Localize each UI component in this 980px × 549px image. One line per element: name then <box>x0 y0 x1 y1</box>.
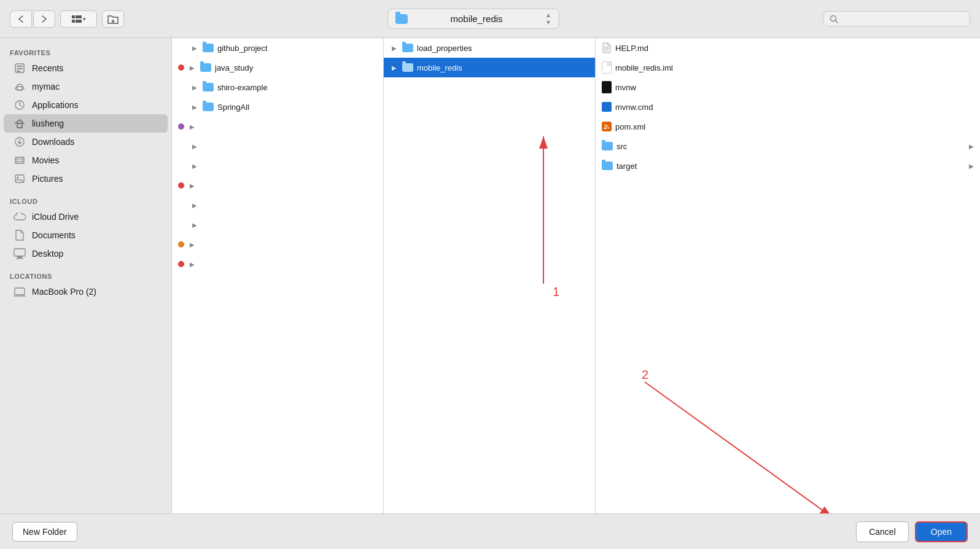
expand-icon[interactable]: ▶ <box>190 201 199 209</box>
svg-rect-5 <box>79 20 82 23</box>
expand-icon[interactable]: ▶ <box>188 63 196 72</box>
sidebar-item-desktop[interactable]: Desktop <box>4 244 168 263</box>
sidebar-item-movies[interactable]: Movies <box>4 151 168 169</box>
file-row-label: mobile_redis.iml <box>615 63 974 72</box>
file-row-target[interactable]: target ▶ <box>596 156 980 176</box>
sidebar-item-documents[interactable]: Documents <box>4 226 168 244</box>
file-row-mvnw[interactable]: mvnw <box>596 77 980 97</box>
expand-icon[interactable]: ▶ <box>190 142 199 150</box>
search-input[interactable] <box>842 14 952 23</box>
sidebar-item-icloud-drive[interactable]: iCloud Drive <box>4 208 168 226</box>
expand-right-icon[interactable]: ▶ <box>969 143 974 150</box>
browser-column-2: ▶ load_properties ▶ mobile_redis <box>384 38 596 513</box>
sidebar: Favorites Recents mymac Applications liu… <box>0 38 172 513</box>
favorites-section-label: Favorites <box>0 44 171 59</box>
expand-icon[interactable]: ▶ <box>188 181 196 190</box>
sidebar-item-label-movies: Movies <box>32 155 59 165</box>
sidebar-item-liusheng[interactable]: liusheng <box>4 114 168 133</box>
expand-icon[interactable]: ▶ <box>190 220 199 229</box>
folder-icon <box>402 63 413 72</box>
file-row-label: load_properties <box>417 44 589 53</box>
search-icon <box>830 15 838 23</box>
new-folder-button[interactable]: New Folder <box>12 522 77 542</box>
file-row-6[interactable]: ▶ <box>172 136 383 156</box>
file-row-12[interactable]: ▶ <box>172 254 383 274</box>
sidebar-item-applications[interactable]: Applications <box>4 96 168 114</box>
browser-column-1: ▶ github_project ▶ java_study ▶ shiro-ex… <box>172 38 384 513</box>
file-row-springall[interactable]: ▶ SpringAll <box>172 97 383 117</box>
mvnw-file-icon <box>602 102 612 112</box>
svg-rect-4 <box>76 20 79 23</box>
file-row-label: HELP.md <box>615 44 974 53</box>
main-content: Favorites Recents mymac Applications liu… <box>0 38 980 513</box>
file-row-github_project[interactable]: ▶ github_project <box>172 38 383 58</box>
file-row-mobile-redis-iml[interactable]: mobile_redis.iml <box>596 58 980 77</box>
file-row-5[interactable]: ▶ <box>172 117 383 136</box>
path-chevron-icon: ▲ ▼ <box>545 12 551 26</box>
file-row-label: mobile_redis <box>417 63 589 72</box>
cancel-button[interactable]: Cancel <box>856 521 909 542</box>
expand-icon[interactable]: ▶ <box>188 260 196 268</box>
file-row-java_study[interactable]: ▶ java_study <box>172 58 383 77</box>
search-box[interactable] <box>823 11 970 26</box>
text-file-icon <box>602 42 612 54</box>
file-row-src[interactable]: src ▶ <box>596 136 980 156</box>
expand-icon[interactable]: ▶ <box>188 240 196 249</box>
open-button[interactable]: Open <box>915 521 968 542</box>
folder-icon <box>200 63 211 72</box>
file-row-pom-xml[interactable]: pom.xml <box>596 117 980 136</box>
file-row-label: src <box>616 142 965 151</box>
new-folder-toolbar-button[interactable] <box>102 10 124 28</box>
desktop-icon <box>14 247 26 260</box>
expand-right-icon[interactable]: ▶ <box>969 163 974 169</box>
sidebar-item-macbook[interactable]: MacBook Pro (2) <box>4 282 168 301</box>
sidebar-item-label-liusheng: liusheng <box>32 119 64 128</box>
svg-rect-0 <box>72 15 75 18</box>
file-row-load_properties[interactable]: ▶ load_properties <box>384 38 595 58</box>
liusheng-home-icon <box>14 117 26 130</box>
svg-point-33 <box>604 128 606 130</box>
svg-line-9 <box>836 20 838 23</box>
forward-button[interactable] <box>33 10 55 28</box>
path-selector[interactable]: mobile_redis ▲ ▼ <box>387 9 559 29</box>
view-toggle-button[interactable]: ▾ <box>60 10 97 28</box>
file-row-mvnw-cmd[interactable]: mvnw.cmd <box>596 97 980 117</box>
documents-icon <box>14 229 26 241</box>
svg-rect-2 <box>79 15 82 18</box>
sidebar-item-label-mymac: mymac <box>32 82 60 91</box>
sidebar-item-recents[interactable]: Recents <box>4 59 168 77</box>
expand-icon[interactable]: ▶ <box>390 63 399 72</box>
expand-icon[interactable]: ▶ <box>390 44 399 52</box>
file-row-7[interactable]: ▶ <box>172 156 383 176</box>
expand-icon[interactable]: ▶ <box>190 83 199 91</box>
file-row-8[interactable]: ▶ <box>172 176 383 195</box>
bottom-actions: Cancel Open <box>856 521 968 542</box>
generic-file-icon <box>602 61 612 74</box>
file-row-10[interactable]: ▶ <box>172 215 383 235</box>
back-button[interactable] <box>10 10 32 28</box>
file-row-label: target <box>616 162 965 171</box>
file-row-11[interactable]: ▶ <box>172 235 383 254</box>
file-row-mobile_redis[interactable]: ▶ mobile_redis <box>384 58 595 77</box>
expand-icon[interactable]: ▶ <box>190 162 199 170</box>
sidebar-item-label-macbook: MacBook Pro (2) <box>32 287 96 297</box>
file-row-help-md[interactable]: HELP.md <box>596 38 980 58</box>
svg-rect-17 <box>17 123 22 128</box>
sidebar-item-mymac[interactable]: mymac <box>4 77 168 96</box>
expand-icon[interactable]: ▶ <box>190 103 199 111</box>
file-row-9[interactable]: ▶ <box>172 195 383 215</box>
sidebar-item-label-documents: Documents <box>32 230 76 240</box>
expand-icon[interactable]: ▶ <box>190 44 199 52</box>
mymac-icon <box>14 80 26 93</box>
pictures-icon <box>14 173 26 185</box>
file-row-shiro_example[interactable]: ▶ shiro-example <box>172 77 383 97</box>
file-row-label: SpringAll <box>217 103 377 112</box>
dot-indicator <box>178 64 184 71</box>
file-row-label: mvnw <box>615 83 974 92</box>
icloud-drive-icon <box>14 211 26 223</box>
expand-icon[interactable]: ▶ <box>188 122 196 131</box>
sidebar-item-downloads[interactable]: Downloads <box>4 133 168 151</box>
file-row-label: github_project <box>217 44 377 53</box>
toolbar: ▾ mobile_redis ▲ ▼ <box>0 0 980 38</box>
sidebar-item-pictures[interactable]: Pictures <box>4 169 168 188</box>
